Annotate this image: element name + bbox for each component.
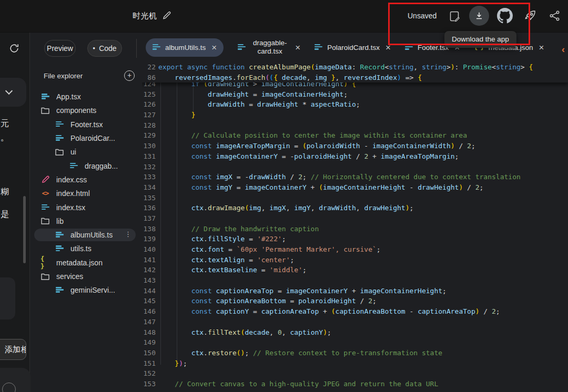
code-line-128: 128 [142,120,568,131]
code-line-149: 149 [142,337,568,348]
code-line-135: 135 [142,193,568,203]
line-number: 22 [142,62,156,73]
typescript-file-icon [315,44,322,50]
close-icon[interactable]: × [211,43,217,52]
folder-icon [55,149,64,156]
tab-PolaroidCard.tsx[interactable]: PolaroidCard.tsx× [315,43,391,52]
file-item-label: utils.ts [70,244,92,253]
line-number: 153 [142,379,156,389]
code-line-141: 141 ctx.textAlign = 'center'; [142,255,568,265]
html-file-icon: <> [42,190,48,197]
line-number: 125 [142,89,156,100]
file-item-Footer.tsx[interactable]: Footer.tsx [30,118,142,131]
collapsed-message-box[interactable] [0,78,26,107]
close-icon[interactable]: × [539,43,544,52]
share-icon[interactable] [549,9,561,22]
sticky-scroll-lines: 22export async function createAlbumPage(… [142,62,568,82]
close-icon[interactable]: × [386,43,391,52]
save-draft-icon[interactable] [448,10,461,23]
code-line-138: 138 // Draw the handwritten caption [142,224,568,234]
line-number: 151 [142,358,156,369]
chat-panel-edge: 元 。 糊 是 ✓ ✓ ✓ 添加相 [0,33,30,392]
typescript-file-icon [70,163,78,169]
line-number: 139 [142,234,156,244]
line-number: 132 [142,162,156,172]
refresh-icon[interactable] [8,43,20,54]
file-item-App.tsx[interactable]: App.tsx [30,90,142,104]
add-button[interactable] [2,383,16,392]
file-item-services[interactable]: services [30,270,142,283]
line-number: 150 [142,348,156,358]
line-number: 152 [142,368,156,379]
line-number: 145 [142,296,156,306]
file-item-label: ui [70,148,76,156]
tab-scroll-left-icon[interactable]: ‹ [562,44,565,55]
file-item-ui[interactable]: ui [30,145,142,159]
file-item-utils.ts[interactable]: utils.ts [30,242,142,255]
file-item-index.css[interactable]: index.css [30,173,142,187]
file-item-components[interactable]: components [30,104,142,117]
file-item-label: index.tsx [56,203,85,212]
close-icon[interactable]: × [295,43,300,52]
chat-input-box[interactable] [0,368,31,392]
code-editor[interactable]: 124 if (drawHeight > imageContainerHeigh… [142,62,568,392]
file-item-albumUtils.ts[interactable]: albumUtils.ts⋮ [30,228,142,242]
line-number: 137 [142,213,156,224]
line-number: 148 [142,327,156,338]
add-file-button[interactable]: + [124,70,135,81]
line-number: 146 [142,306,156,317]
typescript-file-icon [56,245,64,252]
code-line-146: 146 const captionY = captionAreaTop + (c… [142,306,568,317]
folder-icon [41,273,49,280]
line-number: 149 [142,337,156,348]
github-icon[interactable] [497,8,513,24]
code-toggle-button[interactable]: ● Code [87,40,122,57]
line-number: 127 [142,110,156,120]
file-item-PolaroidCar...[interactable]: PolaroidCar... [30,131,142,145]
edit-title-icon[interactable] [162,11,173,21]
toolbar-divider [136,39,137,58]
code-line-142: 142 ctx.textBaseline = 'middle'; [142,265,568,275]
chat-text-fragment: 糊 [1,187,9,198]
file-item-label: albumUtils.ts [70,231,113,239]
chat-scrollbar[interactable] [23,196,26,263]
code-line-132: 132 [142,162,568,172]
download-tooltip: Download the app [444,31,516,48]
tab-draggable-card.tsx[interactable]: draggable-card.tsx× [238,39,300,56]
code-line-130: 130 const imageAreaTopMargin = (polaroid… [142,141,568,151]
typescript-file-icon [238,44,246,50]
code-line-137: 137 [142,213,568,224]
line-number: 134 [142,182,156,193]
code-label: Code [99,44,116,53]
file-item-lib[interactable]: lib [30,214,142,228]
suggestion-chip[interactable]: 添加相 [0,339,26,360]
file-item-index.html[interactable]: <>index.html [30,187,142,200]
code-line-148: 148 ctx.fillText(decade, 0, captionY); [142,327,568,338]
file-item-label: index.html [56,189,90,198]
line-number: 144 [142,286,156,296]
code-line-143: 143 [142,275,568,286]
file-item-label: geminiServi... [70,286,115,294]
typescript-file-icon [42,204,49,211]
chevron-down-icon [5,87,13,95]
preview-label: Preview [47,44,73,53]
download-app-button[interactable] [469,6,489,26]
kebab-menu-icon[interactable]: ⋮ [125,230,131,238]
chat-text-fragment: 。 [1,132,9,143]
json-file-icon: { } [40,255,50,270]
line-number: 143 [142,275,156,286]
active-dot-icon: ● [93,46,95,50]
tab-label: PolaroidCard.tsx [327,44,380,51]
deploy-rocket-icon[interactable] [523,9,537,23]
code-line-152: 152 [142,368,568,379]
file-item-geminiServi...[interactable]: geminiServi... [30,283,142,297]
file-item-index.tsx[interactable]: index.tsx [30,200,142,214]
tab-albumUtils.ts[interactable]: albumUtils.ts× [146,38,224,57]
file-item-metadata.json[interactable]: { }metadata.json [30,256,142,270]
file-item-label: draggab... [85,162,118,170]
preview-toggle-button[interactable]: Preview [44,40,76,57]
line-number: 135 [142,193,156,203]
code-line-22: 22export async function createAlbumPage(… [142,62,568,73]
app-window: 时光机 Unsaved [0,0,568,392]
file-item-draggab...[interactable]: draggab... [30,159,142,172]
